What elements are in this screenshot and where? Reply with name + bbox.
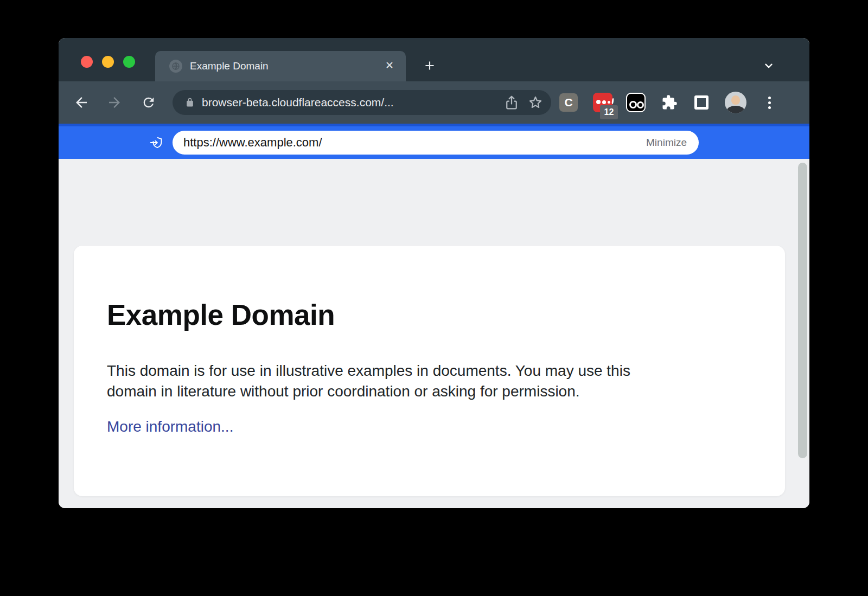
forward-button[interactable] [104,92,125,113]
isolation-url-input[interactable]: https://www.example.com/ Minimize [173,131,699,155]
extension-badge-count: 12 [600,105,618,119]
window-zoom-button[interactable] [123,56,135,68]
paragraph-line-2: domain in literature without prior coord… [107,381,630,402]
extension-c-icon[interactable]: C [559,93,578,112]
vertical-scrollbar-thumb[interactable] [798,163,807,458]
extension-c-letter: C [564,96,572,109]
tab-title: Example Domain [190,51,269,81]
globe-favicon-icon [169,60,182,73]
extensions-puzzle-icon[interactable] [661,94,678,111]
reload-button[interactable] [138,92,159,113]
paragraph-line-1: This domain is for use in illustrative e… [107,361,630,381]
forward-arrow-icon [106,94,123,111]
shield-arrow-icon [149,134,165,151]
isolation-url-bar: https://www.example.com/ Minimize [59,124,809,159]
desktop-background: Example Domain ✕ browser-be [0,0,868,596]
page-title: Example Domain [107,298,335,331]
page-viewport: Example Domain This domain is for use in… [59,159,809,508]
extension-red-dots-icon[interactable]: 12 [593,93,612,112]
share-icon[interactable] [503,94,520,111]
tab-search-button[interactable] [760,57,777,74]
address-bar-url[interactable]: browser-beta.cloudflareaccess.com/... [202,90,394,115]
back-arrow-icon [73,94,90,111]
profile-avatar[interactable] [725,92,746,113]
reload-icon [141,95,156,110]
lock-icon [184,97,195,108]
window-minimize-button[interactable] [102,56,114,68]
window-close-button[interactable] [81,56,93,68]
tab-strip: Example Domain ✕ [59,38,809,81]
back-button[interactable] [71,92,92,113]
extension-circles-icon[interactable] [626,93,646,112]
tab-example-domain[interactable]: Example Domain ✕ [155,51,406,81]
address-bar[interactable]: browser-beta.cloudflareaccess.com/... [173,90,551,115]
content-card: Example Domain This domain is for use in… [74,246,785,496]
isolation-url-value[interactable]: https://www.example.com/ [183,131,322,155]
browser-window: Example Domain ✕ browser-be [59,38,809,508]
bookmark-star-icon[interactable] [527,94,544,111]
chevron-down-icon [763,60,775,72]
browser-toolbar: browser-beta.cloudflareaccess.com/... C … [59,81,809,124]
extension-frame-icon[interactable] [694,95,709,110]
tab-close-icon[interactable]: ✕ [385,51,394,81]
browser-menu-button[interactable] [758,92,780,113]
plus-icon [423,59,437,73]
more-information-link[interactable]: More information... [107,418,233,435]
page-paragraph: This domain is for use in illustrative e… [107,361,630,402]
minimize-button[interactable]: Minimize [646,131,687,155]
new-tab-button[interactable] [421,57,438,74]
